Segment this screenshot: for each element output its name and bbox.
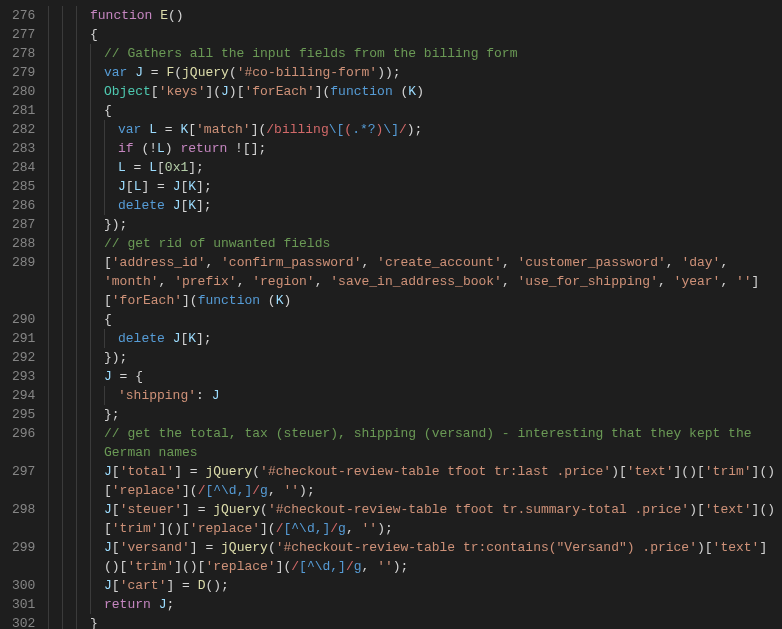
token-pun: (! bbox=[134, 141, 157, 156]
token-str: 'versand' bbox=[120, 540, 190, 555]
token-pun: , bbox=[502, 255, 518, 270]
code-line[interactable]: { bbox=[46, 310, 775, 329]
code-line[interactable]: // get rid of unwanted fields bbox=[46, 234, 775, 253]
code-line[interactable]: }); bbox=[46, 348, 775, 367]
token-pun: ( bbox=[268, 540, 276, 555]
token-pun: ]()[ bbox=[174, 559, 205, 574]
token-var: J bbox=[118, 179, 126, 194]
token-str: 'trim' bbox=[705, 464, 752, 479]
token-str: 'confirm_password' bbox=[221, 255, 361, 270]
token-var: L bbox=[149, 160, 157, 175]
token-blue: function bbox=[198, 293, 260, 308]
code-line[interactable]: { bbox=[46, 25, 775, 44]
line-number: 290 bbox=[12, 310, 34, 329]
code-line[interactable]: ['trim']()['replace'](/[^\d,]/g, ''); bbox=[46, 519, 775, 538]
token-blue: g bbox=[338, 521, 346, 536]
token-pun: ]( bbox=[315, 84, 331, 99]
line-number: 298 bbox=[12, 500, 34, 519]
code-line[interactable]: J = { bbox=[46, 367, 775, 386]
token-var: J bbox=[104, 578, 112, 593]
token-str: 'steuer' bbox=[120, 502, 182, 517]
token-pun: { bbox=[90, 27, 98, 42]
code-line[interactable]: } bbox=[46, 614, 775, 629]
code-line[interactable]: return J; bbox=[46, 595, 775, 614]
token-pun: ]() bbox=[752, 464, 775, 479]
token-str: '#checkout-review-table tr:contains("Ver… bbox=[276, 540, 697, 555]
code-line[interactable]: }; bbox=[46, 405, 775, 424]
code-line[interactable]: ['replace'](/[^\d,]/g, ''); bbox=[46, 481, 775, 500]
code-line[interactable]: J['versand'] = jQuery('#checkout-review-… bbox=[46, 538, 775, 557]
token-pun: , bbox=[315, 274, 331, 289]
code-line[interactable]: J[L] = J[K]; bbox=[46, 177, 775, 196]
code-line[interactable]: J['cart'] = D(); bbox=[46, 576, 775, 595]
token-str: 'region' bbox=[252, 274, 314, 289]
code-line[interactable]: // get the total, tax (steuer), shipping… bbox=[46, 424, 775, 443]
code-line[interactable]: German names bbox=[46, 443, 775, 462]
token-type: Object bbox=[104, 84, 151, 99]
token-cmt: // Gathers all the input fields from the… bbox=[104, 46, 517, 61]
token-pun: [ bbox=[104, 255, 112, 270]
code-line[interactable]: 'month', 'prefix', 'region', 'save_in_ad… bbox=[46, 272, 775, 291]
code-line[interactable]: 'shipping': J bbox=[46, 386, 775, 405]
line-number: 292 bbox=[12, 348, 34, 367]
token-var: L bbox=[157, 141, 165, 156]
code-line[interactable]: var J = F(jQuery('#co-billing-form')); bbox=[46, 63, 775, 82]
token-pun: ( bbox=[174, 65, 182, 80]
line-number: 283 bbox=[12, 139, 34, 158]
token-blue: delete bbox=[118, 198, 165, 213]
token-reg: / bbox=[291, 559, 299, 574]
token-str: 'trim' bbox=[127, 559, 174, 574]
token-pun: ] = bbox=[182, 502, 213, 517]
token-pun: : bbox=[196, 388, 212, 403]
token-str: '#checkout-review-table tfoot tr.summary… bbox=[268, 502, 689, 517]
line-number: 276 bbox=[12, 6, 34, 25]
code-line[interactable]: }); bbox=[46, 215, 775, 234]
code-line[interactable]: // Gathers all the input fields from the… bbox=[46, 44, 775, 63]
line-number bbox=[12, 481, 34, 500]
token-var: J bbox=[104, 464, 112, 479]
code-line[interactable]: { bbox=[46, 101, 775, 120]
code-line[interactable]: function E() bbox=[46, 6, 775, 25]
token-num: 0x1 bbox=[165, 160, 188, 175]
code-line[interactable]: delete J[K]; bbox=[46, 329, 775, 348]
line-number: 302 bbox=[12, 614, 34, 629]
token-str: 'year' bbox=[674, 274, 721, 289]
token-pun: [ bbox=[104, 521, 112, 536]
token-pun: ]; bbox=[188, 160, 204, 175]
code-line[interactable]: ['address_id', 'confirm_password', 'crea… bbox=[46, 253, 775, 272]
code-area[interactable]: function E(){// Gathers all the input fi… bbox=[44, 0, 775, 629]
line-number bbox=[12, 272, 34, 291]
code-line[interactable]: delete J[K]; bbox=[46, 196, 775, 215]
code-line[interactable]: J['total'] = jQuery('#checkout-review-ta… bbox=[46, 462, 775, 481]
code-editor[interactable]: 2762772782792802812822832842852862872882… bbox=[0, 0, 782, 629]
token-pun: ] = bbox=[141, 179, 172, 194]
code-line[interactable]: if (!L) return ![]; bbox=[46, 139, 775, 158]
token-blue: \[ bbox=[329, 122, 345, 137]
code-line[interactable]: L = L[0x1]; bbox=[46, 158, 775, 177]
token-fn: jQuery bbox=[205, 464, 252, 479]
line-number: 295 bbox=[12, 405, 34, 424]
token-str: 'text' bbox=[627, 464, 674, 479]
line-number: 277 bbox=[12, 25, 34, 44]
token-pun: ]; bbox=[196, 179, 212, 194]
line-number: 284 bbox=[12, 158, 34, 177]
token-pun: , bbox=[720, 255, 736, 270]
code-line[interactable]: ['forEach'](function (K) bbox=[46, 291, 775, 310]
token-kw: if bbox=[118, 141, 134, 156]
token-blue: function bbox=[330, 84, 392, 99]
token-var: J bbox=[104, 540, 112, 555]
code-line[interactable]: J['steuer'] = jQuery('#checkout-review-t… bbox=[46, 500, 775, 519]
code-line[interactable]: ()['trim']()['replace'](/[^\d,]/g, ''); bbox=[46, 557, 775, 576]
token-blue: [^\d,] bbox=[299, 559, 346, 574]
token-pun: , bbox=[361, 255, 377, 270]
token-var: K bbox=[408, 84, 416, 99]
token-pun: [ bbox=[151, 84, 159, 99]
line-number: 289 bbox=[12, 253, 34, 272]
code-line[interactable]: var L = K['match'](/billing\[(.*?)\]/); bbox=[46, 120, 775, 139]
token-var: J bbox=[104, 502, 112, 517]
token-str: 'shipping' bbox=[118, 388, 196, 403]
token-pun: ]( bbox=[260, 521, 276, 536]
token-pun: , bbox=[346, 521, 362, 536]
code-line[interactable]: Object['keys'](J)['forEach'](function (K… bbox=[46, 82, 775, 101]
token-blue: g bbox=[354, 559, 362, 574]
